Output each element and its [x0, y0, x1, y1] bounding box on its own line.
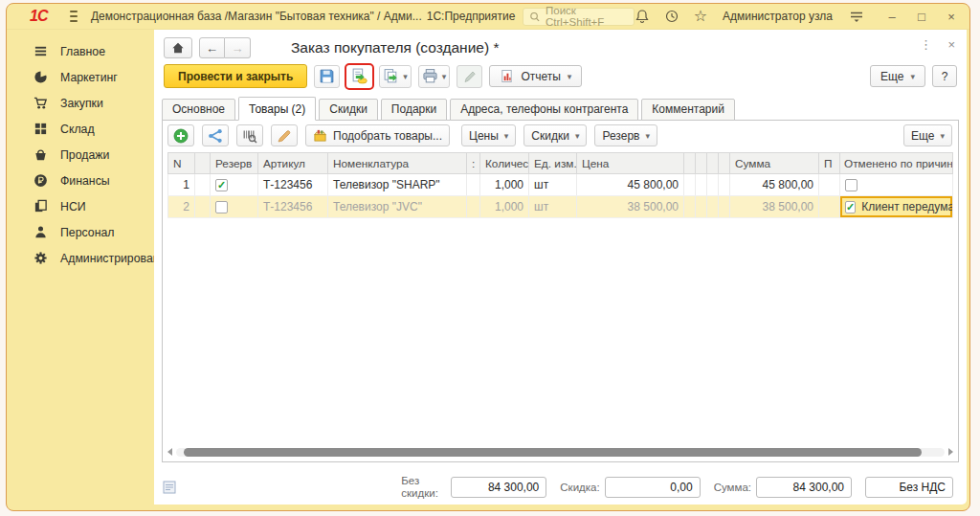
global-search-input[interactable]: Поиск Ctrl+Shift+F — [523, 8, 634, 26]
scroll-left-icon[interactable] — [167, 448, 172, 456]
pick-goods-button[interactable]: Подобрать товары... — [305, 124, 450, 146]
col-characteristic[interactable]: : — [467, 153, 480, 174]
cell-p[interactable] — [819, 196, 840, 218]
history-icon[interactable] — [664, 9, 680, 25]
cancelled-checkbox-unchecked[interactable] — [845, 179, 858, 191]
cancelled-checkbox-checked[interactable]: ✓ — [845, 201, 856, 213]
cell-unit[interactable]: шт — [529, 174, 577, 196]
add-row-button[interactable] — [167, 124, 194, 146]
col-narrow[interactable] — [684, 153, 696, 174]
sidebar-item-purchases[interactable]: Закупки — [7, 90, 154, 116]
sidebar-item-personnel[interactable]: Персонал — [7, 219, 154, 245]
service-menu-icon[interactable] — [848, 9, 864, 25]
discount-value[interactable]: 0,00 — [605, 477, 701, 498]
col-reserve[interactable]: Резерв — [211, 153, 258, 174]
cell-narrow[interactable] — [707, 196, 719, 218]
back-button[interactable]: ← — [199, 37, 225, 58]
form-more-vertical-icon[interactable]: ⋮ — [920, 37, 932, 52]
col-price[interactable]: Цена — [577, 153, 684, 174]
home-button[interactable] — [164, 37, 192, 58]
edit-disabled-button[interactable] — [457, 65, 482, 88]
sum-value[interactable]: 84 300,00 — [756, 477, 852, 498]
scrollbar-thumb[interactable] — [184, 448, 922, 457]
cell-sum[interactable]: 45 800,00 — [730, 174, 819, 196]
cell-quantity[interactable]: 1,000 — [480, 174, 529, 196]
cell-narrow[interactable] — [719, 196, 730, 218]
cell-article[interactable]: Т-123456 — [258, 174, 328, 196]
cell-nomenclature[interactable]: Телевизор "SHARP" — [328, 174, 467, 196]
cell-p[interactable] — [819, 174, 840, 196]
goods-more-button[interactable]: Еще ▾ — [903, 124, 952, 146]
col-article[interactable]: Артикул — [258, 153, 328, 174]
tab-discounts[interactable]: Скидки — [319, 99, 378, 121]
sidebar-item-administration[interactable]: Администрирование — [7, 245, 154, 271]
col-nomenclature[interactable]: Номенклатура — [328, 153, 467, 174]
no-discount-value[interactable]: 84 300,00 — [451, 477, 546, 498]
tab-comment[interactable]: Комментарий — [641, 99, 735, 121]
cell-narrow[interactable] — [684, 174, 696, 196]
comment-list-icon[interactable] — [163, 481, 176, 494]
forward-button[interactable]: → — [225, 37, 251, 58]
cell-sum[interactable]: 38 500,00 — [730, 196, 819, 218]
sidebar-item-sales[interactable]: Продажи — [7, 142, 154, 168]
cell-characteristic[interactable] — [467, 174, 480, 196]
cancel-reason-active-cell[interactable]: ✓ Клиент передумал — [840, 196, 952, 217]
help-button[interactable]: ? — [932, 65, 957, 87]
col-narrow[interactable] — [707, 153, 719, 174]
scrollbar-track[interactable] — [176, 448, 945, 457]
edit-price-button[interactable] — [271, 124, 298, 146]
cell-narrow[interactable] — [696, 174, 707, 196]
cell-spacer[interactable] — [195, 196, 211, 218]
col-p[interactable]: П — [819, 153, 840, 174]
col-cancelled[interactable]: Отменено по причине — [840, 153, 953, 174]
scroll-right-icon[interactable] — [948, 448, 953, 456]
cell-cancelled-selected[interactable]: ✓ Клиент передумал — [840, 196, 953, 218]
maximize-button[interactable]: □ — [915, 11, 928, 23]
sidebar-item-nsi[interactable]: НСИ — [7, 193, 154, 219]
discounts-button[interactable]: Скидки ▾ — [523, 124, 587, 146]
current-user[interactable]: Администратор узла — [723, 10, 833, 23]
col-quantity[interactable]: Количес... — [480, 153, 529, 174]
tab-addresses[interactable]: Адреса, телефоны контрагента — [450, 99, 638, 121]
horizontal-scrollbar[interactable] — [167, 446, 953, 458]
print-button[interactable]: ▾ — [418, 65, 451, 88]
create-based-on-button[interactable]: ▾ — [379, 65, 412, 88]
reserve-button[interactable]: Резерв ▾ — [594, 124, 657, 146]
cell-article[interactable]: Т-123456 — [258, 196, 328, 218]
save-button[interactable] — [314, 65, 340, 88]
post-document-button[interactable] — [346, 65, 372, 88]
structure-button[interactable] — [202, 124, 229, 146]
cell-price[interactable]: 38 500,00 — [577, 196, 684, 218]
cell-characteristic[interactable] — [467, 196, 480, 218]
close-window-button[interactable]: × — [945, 11, 958, 23]
sidebar-item-warehouse[interactable]: Склад — [7, 116, 154, 142]
tab-gifts[interactable]: Подарки — [381, 99, 447, 121]
cell-num[interactable]: 2 — [168, 196, 195, 218]
reserve-checkbox-checked[interactable]: ✓ — [215, 179, 228, 191]
cell-narrow[interactable] — [696, 196, 707, 218]
post-and-close-button[interactable]: Провести и закрыть — [164, 64, 307, 88]
form-close-icon[interactable]: × — [947, 37, 955, 52]
col-narrow[interactable] — [696, 153, 707, 174]
col-sum[interactable]: Сумма — [730, 153, 819, 174]
cell-quantity[interactable]: 1,000 — [480, 196, 529, 218]
cell-reserve[interactable] — [211, 196, 258, 218]
cell-cancelled[interactable] — [840, 174, 953, 196]
prices-button[interactable]: Цены ▾ — [461, 124, 516, 146]
col-spacer[interactable] — [195, 153, 211, 174]
reserve-checkbox-unchecked[interactable] — [215, 201, 228, 213]
sidebar-item-finance[interactable]: Финансы — [7, 168, 154, 193]
cell-reserve[interactable]: ✓ — [211, 174, 258, 196]
cell-price[interactable]: 45 800,00 — [577, 174, 684, 196]
form-more-button[interactable]: Еще ▾ — [870, 65, 925, 87]
minimize-button[interactable]: – — [885, 11, 899, 23]
main-menu-icon[interactable] — [70, 11, 77, 22]
tab-main[interactable]: Основное — [162, 99, 235, 121]
cell-unit[interactable]: шт — [529, 196, 577, 218]
barcode-scan-button[interactable] — [236, 124, 263, 146]
cell-num[interactable]: 1 — [168, 174, 195, 196]
col-unit[interactable]: Ед. изм. — [529, 153, 577, 174]
col-num[interactable]: N — [168, 153, 195, 174]
col-narrow[interactable] — [719, 153, 730, 174]
sidebar-item-main[interactable]: Главное — [7, 38, 154, 64]
